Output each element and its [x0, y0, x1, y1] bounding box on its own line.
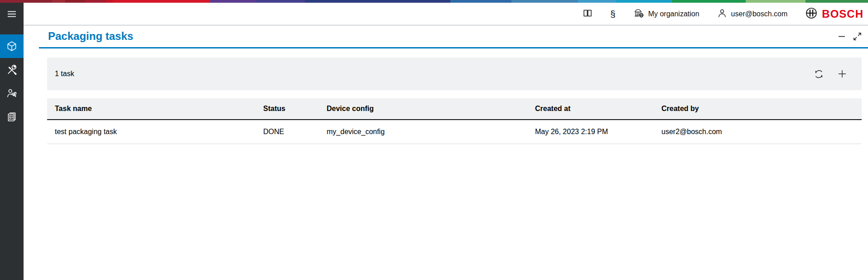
bosch-anchor-icon	[805, 6, 818, 22]
bosch-logo: BOSCH	[805, 6, 863, 22]
documentation-button[interactable]	[582, 8, 593, 20]
cell-device-config: my_device_config	[319, 128, 527, 136]
user-keys-icon	[6, 87, 18, 99]
bank-icon	[633, 8, 645, 20]
expand-icon[interactable]	[853, 32, 862, 41]
panel-controls	[838, 32, 862, 41]
cell-created-at: May 26, 2023 2:19 PM	[527, 128, 654, 136]
task-count-label: 1 task	[55, 70, 74, 78]
sidebar-item-reports[interactable]	[0, 105, 24, 129]
sidebar-item-users[interactable]	[0, 82, 24, 105]
page-title: Packaging tasks	[48, 30, 133, 43]
organization-label: My organization	[648, 10, 699, 18]
bosch-wordmark: BOSCH	[822, 8, 863, 20]
packaging-tasks-table: Task name Status Device config Created a…	[47, 98, 862, 144]
menu-icon[interactable]	[0, 3, 24, 25]
document-list-icon	[6, 111, 18, 123]
sidebar-item-tools[interactable]	[0, 58, 24, 82]
app-header: § My organization user@bosch.com	[24, 3, 868, 25]
title-bar: Packaging tasks	[24, 25, 868, 48]
sidebar	[0, 3, 24, 280]
column-header-created-by: Created by	[654, 105, 862, 113]
tasks-toolbar: 1 task	[47, 58, 862, 90]
cell-task-name: test packaging task	[47, 128, 256, 136]
column-header-task-name: Task name	[47, 105, 256, 113]
add-task-icon[interactable]	[836, 68, 848, 80]
toolbar-actions	[813, 68, 848, 80]
column-header-device-config: Device config	[319, 105, 527, 113]
organization-button[interactable]: My organization	[633, 8, 699, 20]
person-icon	[717, 8, 728, 20]
refresh-icon[interactable]	[813, 68, 825, 80]
table-row[interactable]: test packaging task DONE my_device_confi…	[47, 120, 862, 144]
legal-button[interactable]: §	[610, 9, 616, 19]
column-header-status: Status	[256, 105, 319, 113]
column-header-created-at: Created at	[527, 105, 654, 113]
cell-status: DONE	[256, 128, 319, 136]
sidebar-nav	[0, 34, 24, 129]
package-icon	[6, 40, 18, 52]
sidebar-item-packaging-tasks[interactable]	[0, 34, 24, 58]
tools-icon	[6, 64, 18, 76]
table-header-row: Task name Status Device config Created a…	[47, 98, 862, 120]
paragraph-icon: §	[610, 9, 616, 19]
user-account-button[interactable]: user@bosch.com	[717, 8, 788, 20]
cell-created-by: user2@bosch.com	[654, 128, 862, 136]
open-book-icon	[582, 8, 593, 20]
user-email-label: user@bosch.com	[731, 10, 788, 18]
minimize-icon[interactable]	[838, 32, 846, 40]
